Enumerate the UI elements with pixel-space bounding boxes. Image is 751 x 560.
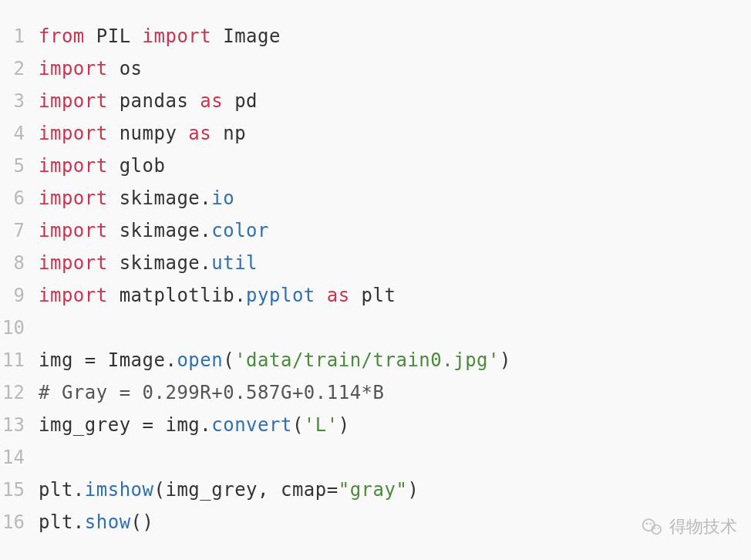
code-content: import matplotlib.pyplot as plt: [39, 279, 396, 312]
code-line: 8import skimage.util: [0, 247, 751, 279]
code-content: import skimage.util: [39, 247, 258, 279]
svg-point-5: [657, 528, 658, 529]
code-line: 7import skimage.color: [0, 214, 751, 247]
line-number: 9: [0, 279, 39, 312]
code-line: 3import pandas as pd: [0, 85, 751, 117]
line-number: 5: [0, 150, 39, 182]
code-content: import glob: [39, 150, 165, 182]
line-number: 8: [0, 247, 39, 279]
line-number: 4: [0, 117, 39, 150]
line-number: 7: [0, 214, 39, 247]
code-line: 4import numpy as np: [0, 117, 751, 150]
code-content: import skimage.color: [39, 214, 269, 247]
code-line: 11img = Image.open('data/train/train0.jp…: [0, 344, 751, 376]
code-line: 9import matplotlib.pyplot as plt: [0, 279, 751, 312]
code-content: # Gray = 0.299R+0.587G+0.114*B: [39, 376, 384, 409]
code-line: 15plt.imshow(img_grey, cmap="gray"): [0, 474, 751, 506]
code-content: [39, 312, 50, 344]
code-line: 13img_grey = img.convert('L'): [0, 409, 751, 441]
line-number: 12: [0, 376, 39, 409]
line-number: 15: [0, 474, 39, 506]
line-number: 10: [0, 312, 39, 344]
code-line: 12# Gray = 0.299R+0.587G+0.114*B: [0, 376, 751, 409]
code-content: import pandas as pd: [39, 85, 258, 117]
code-line: 1from PIL import Image: [0, 20, 751, 52]
svg-point-0: [643, 519, 655, 531]
code-content: import skimage.io: [39, 182, 234, 214]
code-content: plt.show(): [39, 506, 154, 538]
code-line: 5import glob: [0, 150, 751, 182]
watermark-text: 得物技术: [669, 511, 737, 543]
line-number: 3: [0, 85, 39, 117]
code-line: 10: [0, 312, 751, 344]
line-number: 1: [0, 20, 39, 52]
watermark: 得物技术: [642, 511, 737, 543]
svg-point-2: [646, 523, 648, 525]
wechat-icon: [642, 516, 663, 538]
code-content: img_grey = img.convert('L'): [39, 409, 350, 441]
code-content: import os: [39, 52, 143, 85]
code-content: from PIL import Image: [39, 20, 281, 52]
line-number: 16: [0, 506, 39, 538]
code-content: [39, 441, 50, 474]
svg-point-3: [650, 523, 652, 525]
line-number: 14: [0, 441, 39, 474]
svg-point-4: [654, 528, 655, 529]
code-content: plt.imshow(img_grey, cmap="gray"): [39, 474, 419, 506]
line-number: 2: [0, 52, 39, 85]
code-block: 1from PIL import Image2import os3import …: [0, 20, 751, 538]
code-content: img = Image.open('data/train/train0.jpg'…: [39, 344, 511, 376]
line-number: 11: [0, 344, 39, 376]
code-line: 16plt.show(): [0, 506, 751, 538]
code-line: 14: [0, 441, 751, 474]
code-line: 6import skimage.io: [0, 182, 751, 214]
code-content: import numpy as np: [39, 117, 246, 150]
line-number: 13: [0, 409, 39, 441]
line-number: 6: [0, 182, 39, 214]
code-line: 2import os: [0, 52, 751, 85]
